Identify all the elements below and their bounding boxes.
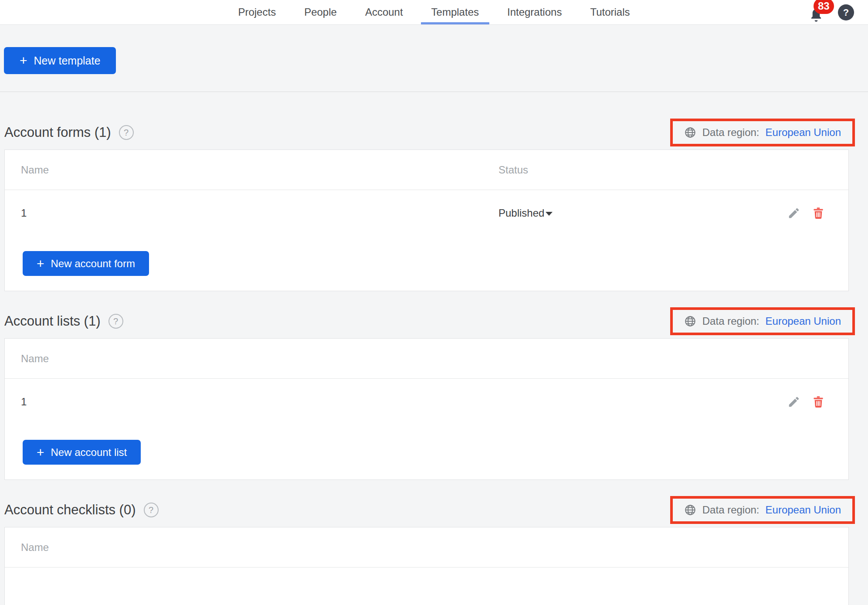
trash-icon xyxy=(812,207,825,220)
tab-label: Templates xyxy=(431,6,479,18)
section-help-button[interactable]: ? xyxy=(144,503,159,517)
data-region-label: Data region: xyxy=(702,504,760,516)
table-row: 1 Published xyxy=(5,190,848,236)
account-lists-header: Account lists (1) ? Data region: Europea… xyxy=(4,307,855,336)
tab-integrations[interactable]: Integrations xyxy=(506,0,563,24)
section-title-group: Account forms (1) ? xyxy=(4,125,134,140)
new-account-form-label: New account form xyxy=(51,258,135,270)
table-header-row: Name xyxy=(5,339,848,379)
active-tab-underline xyxy=(421,22,489,24)
globe-icon xyxy=(684,126,696,139)
account-forms-header: Account forms (1) ? Data region: Europea… xyxy=(4,118,855,147)
table-header-row: Name xyxy=(5,527,848,568)
notifications-button[interactable]: 83 xyxy=(808,5,825,23)
account-forms-table: Name Status 1 Published xyxy=(4,150,849,291)
help-button[interactable]: ? xyxy=(838,4,854,20)
main-content: Account forms (1) ? Data region: Europea… xyxy=(0,118,868,605)
account-lists-table: Name 1 xyxy=(4,338,849,480)
question-mark-icon: ? xyxy=(124,128,129,138)
delete-button[interactable] xyxy=(812,207,825,220)
table-row: 1 xyxy=(5,379,848,425)
pencil-icon xyxy=(787,207,800,220)
data-region-label: Data region: xyxy=(702,315,760,327)
account-checklists-table: Name xyxy=(4,527,849,605)
caret-down-icon xyxy=(546,212,553,216)
nav-tabs: Projects People Account Templates Integr… xyxy=(237,0,631,24)
edit-button[interactable] xyxy=(787,207,800,220)
plus-icon: + xyxy=(37,446,44,459)
row-name: 1 xyxy=(21,396,498,408)
table-header-row: Name Status xyxy=(5,150,848,190)
row-actions xyxy=(787,395,848,408)
section-help-button[interactable]: ? xyxy=(119,125,134,140)
column-header-status: Status xyxy=(498,164,528,176)
tab-projects[interactable]: Projects xyxy=(237,0,277,24)
template-toolbar: + New template xyxy=(0,25,868,92)
tab-people[interactable]: People xyxy=(303,0,338,24)
globe-icon xyxy=(684,315,696,327)
status-dropdown[interactable]: Published xyxy=(498,207,553,219)
row-name: 1 xyxy=(21,207,498,219)
delete-button[interactable] xyxy=(812,395,825,408)
data-region-link[interactable]: European Union xyxy=(766,315,841,327)
section-title: Account checklists (0) xyxy=(4,502,136,518)
tab-account[interactable]: Account xyxy=(364,0,404,24)
question-mark-icon: ? xyxy=(149,505,153,515)
table-footer-actions: + New account list xyxy=(5,425,848,479)
row-actions xyxy=(787,207,848,220)
tab-label: Tutorials xyxy=(590,6,630,18)
notification-count-badge: 83 xyxy=(814,0,834,14)
question-mark-icon: ? xyxy=(113,316,118,326)
data-region-label: Data region: xyxy=(702,126,760,139)
data-region-callout: Data region: European Union xyxy=(670,119,855,146)
edit-button[interactable] xyxy=(787,395,800,408)
top-navigation: Projects People Account Templates Integr… xyxy=(0,0,868,25)
data-region-callout: Data region: European Union xyxy=(670,496,855,524)
plus-icon: + xyxy=(37,257,44,270)
status-value: Published xyxy=(498,207,544,219)
column-header-name: Name xyxy=(21,353,498,365)
tab-label: Integrations xyxy=(507,6,562,18)
tab-label: People xyxy=(304,6,337,18)
account-checklists-header: Account checklists (0) ? Data region: Eu… xyxy=(4,496,855,524)
section-title-group: Account checklists (0) ? xyxy=(4,502,159,518)
data-region-callout: Data region: European Union xyxy=(670,307,855,335)
empty-table-body xyxy=(5,568,848,605)
plus-icon: + xyxy=(20,54,27,67)
section-title: Account lists (1) xyxy=(4,313,101,329)
trash-icon xyxy=(812,395,825,408)
new-template-button[interactable]: + New template xyxy=(4,47,116,74)
new-template-label: New template xyxy=(34,54,101,67)
column-header-name: Name xyxy=(21,164,498,176)
globe-icon xyxy=(684,504,696,516)
section-title-group: Account lists (1) ? xyxy=(4,313,123,329)
pencil-icon xyxy=(787,395,800,408)
question-mark-icon: ? xyxy=(843,7,849,18)
data-region-link[interactable]: European Union xyxy=(766,504,841,516)
column-header-name: Name xyxy=(21,541,498,554)
tab-templates[interactable]: Templates xyxy=(431,0,480,24)
table-footer-actions: + New account form xyxy=(5,236,848,291)
section-help-button[interactable]: ? xyxy=(108,314,123,329)
new-account-form-button[interactable]: + New account form xyxy=(23,251,149,276)
tab-label: Account xyxy=(365,6,403,18)
new-account-list-button[interactable]: + New account list xyxy=(23,440,141,465)
tab-tutorials[interactable]: Tutorials xyxy=(589,0,631,24)
tab-label: Projects xyxy=(238,6,276,18)
new-account-list-label: New account list xyxy=(51,446,127,459)
data-region-link[interactable]: European Union xyxy=(766,126,841,139)
section-title: Account forms (1) xyxy=(4,125,111,140)
nav-right-actions: 83 ? xyxy=(808,0,854,25)
